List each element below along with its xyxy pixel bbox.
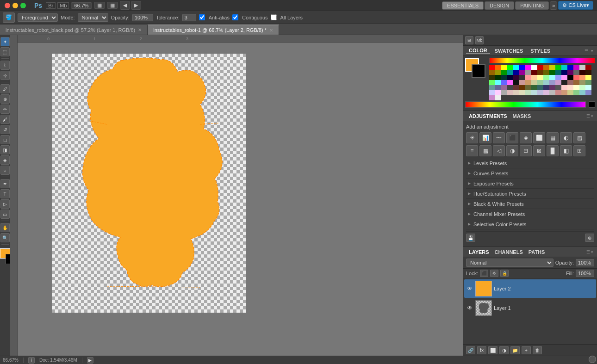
color-swatch[interactable] xyxy=(537,70,543,75)
curves-presets-item[interactable]: ▶ Curves Presets xyxy=(466,168,594,179)
cslive-button[interactable]: ⚙ CS Live▾ xyxy=(558,1,593,10)
color-swatch[interactable] xyxy=(519,75,525,80)
lock-position-button[interactable]: ✥ xyxy=(490,270,498,277)
save-presets-icon[interactable]: 💾 xyxy=(466,234,475,242)
color-swatch[interactable] xyxy=(573,70,579,75)
color-swatch[interactable] xyxy=(507,75,513,80)
color-swatch[interactable] xyxy=(555,65,561,70)
tab-document-1[interactable]: instructables_robot_black.psd @ 57.2% (L… xyxy=(0,25,148,35)
color-swatch[interactable] xyxy=(501,65,507,70)
panel-icon-1[interactable]: ⊞ xyxy=(465,36,473,44)
selective-color-icon[interactable]: ▩ xyxy=(479,145,491,156)
photo-filter-icon[interactable]: ▨ xyxy=(573,132,585,143)
close-window-button[interactable] xyxy=(5,3,10,8)
color-swatch[interactable] xyxy=(507,70,513,75)
color-swatch[interactable] xyxy=(507,85,513,90)
color-swatch[interactable] xyxy=(519,85,525,90)
view-button-2[interactable]: ▦ xyxy=(107,2,118,9)
color-swatch[interactable] xyxy=(573,75,579,80)
color-swatch[interactable] xyxy=(543,80,549,85)
color-swatch[interactable] xyxy=(549,90,555,95)
color-swatch[interactable] xyxy=(567,70,573,75)
maximize-window-button[interactable] xyxy=(20,3,26,8)
design-mode-button[interactable]: DESIGN xyxy=(485,1,514,10)
color-swatch[interactable] xyxy=(555,90,561,95)
move-tool[interactable]: ✦ xyxy=(0,37,10,46)
status-info-icon[interactable]: i xyxy=(28,357,35,364)
create-group-button[interactable]: 📁 xyxy=(510,346,520,354)
color-swatch[interactable] xyxy=(531,70,537,75)
mode-select[interactable]: Normal xyxy=(78,13,108,22)
lasso-tool[interactable]: ⌇ xyxy=(0,61,10,70)
color-swatch[interactable] xyxy=(513,70,519,75)
eraser-tool[interactable]: ◻ xyxy=(0,135,10,144)
view-button-1[interactable]: ▦ xyxy=(94,2,105,9)
color-swatch[interactable] xyxy=(519,65,525,70)
healing-tool[interactable]: ⊕ xyxy=(0,94,10,104)
color-swatch[interactable] xyxy=(495,75,501,80)
color-swatch[interactable] xyxy=(561,85,567,90)
layer-effects-button[interactable]: fx xyxy=(477,346,486,354)
painting-mode-button[interactable]: PAINTING xyxy=(515,1,549,10)
color-swatch[interactable] xyxy=(537,80,543,85)
color-swatch[interactable] xyxy=(585,85,591,90)
color-swatch[interactable] xyxy=(573,85,579,90)
path-selection-tool[interactable]: ▷ xyxy=(0,199,10,209)
color-swatch[interactable] xyxy=(561,75,567,80)
panel-icon-2[interactable]: Mb xyxy=(475,36,484,44)
color-swatch[interactable] xyxy=(519,90,525,95)
layer-2-visibility-icon[interactable]: 👁 xyxy=(466,285,473,292)
color-swatch[interactable] xyxy=(585,70,591,75)
color-swatch[interactable] xyxy=(501,70,507,75)
color-swatch[interactable] xyxy=(543,75,549,80)
color-swatch[interactable] xyxy=(501,90,507,95)
create-layer-button[interactable]: + xyxy=(522,346,531,354)
styles-tab[interactable]: STYLES xyxy=(528,48,553,54)
canvas-area[interactable]: 0 1 2 3 xyxy=(10,35,463,356)
hand-tool[interactable]: ✋ xyxy=(0,223,10,232)
paths-tab[interactable]: PATHS xyxy=(526,249,548,255)
vibrance-icon[interactable]: ◈ xyxy=(520,132,532,143)
color-swatch[interactable] xyxy=(525,80,531,85)
color-swatch[interactable] xyxy=(537,90,543,95)
color-swatch[interactable] xyxy=(531,90,537,95)
gradient-tool[interactable]: ◨ xyxy=(0,145,10,154)
color-swatch[interactable] xyxy=(579,90,585,95)
eyedropper-tool[interactable]: 🖊 xyxy=(0,84,10,93)
crop-tool[interactable]: ⊹ xyxy=(0,71,10,80)
contiguous-checkbox[interactable] xyxy=(232,14,238,20)
brightness-contrast-icon[interactable]: ☀ xyxy=(466,132,478,143)
color-swatch[interactable] xyxy=(567,85,573,90)
color-spectrum-bar[interactable] xyxy=(465,101,586,108)
link-layers-button[interactable]: 🔗 xyxy=(466,346,475,354)
gradient-map-icon[interactable]: ◁ xyxy=(493,145,505,156)
blend-mode-select[interactable]: Normal xyxy=(466,259,553,267)
invert-icon[interactable]: ◑ xyxy=(506,145,518,156)
color-swatch[interactable] xyxy=(519,70,525,75)
create-adjustment-button[interactable]: ◑ xyxy=(499,346,509,354)
color-swatch[interactable] xyxy=(567,65,573,70)
color-swatch[interactable] xyxy=(585,65,591,70)
color-swatch[interactable] xyxy=(501,80,507,85)
lock-pixels-button[interactable]: ⬛ xyxy=(480,270,488,277)
color-balance-icon[interactable]: ▤ xyxy=(547,132,559,143)
dodge-tool[interactable]: ○ xyxy=(0,166,10,175)
color-panel-menu-icon[interactable]: ☰ xyxy=(585,49,588,53)
gradient-fill-icon[interactable]: ◧ xyxy=(560,145,572,156)
color-swatch[interactable] xyxy=(489,80,495,85)
color-swatch[interactable] xyxy=(495,80,501,85)
layers-panel-collapse-icon[interactable]: ▾ xyxy=(590,250,594,254)
selection-tool[interactable]: ⬚ xyxy=(0,47,10,56)
brush-tool[interactable]: ✏ xyxy=(0,105,10,114)
color-swatch[interactable] xyxy=(513,75,519,80)
blur-tool[interactable]: ◈ xyxy=(0,155,10,165)
color-swatch[interactable] xyxy=(555,75,561,80)
color-swatch[interactable] xyxy=(525,65,531,70)
color-swatch[interactable] xyxy=(549,85,555,90)
color-swatch[interactable] xyxy=(561,90,567,95)
color-swatch[interactable] xyxy=(531,80,537,85)
color-swatch[interactable] xyxy=(495,70,501,75)
color-swatch[interactable] xyxy=(549,65,555,70)
exposure-presets-item[interactable]: ▶ Exposure Presets xyxy=(466,179,594,189)
layers-tab[interactable]: LAYERS xyxy=(466,249,492,255)
